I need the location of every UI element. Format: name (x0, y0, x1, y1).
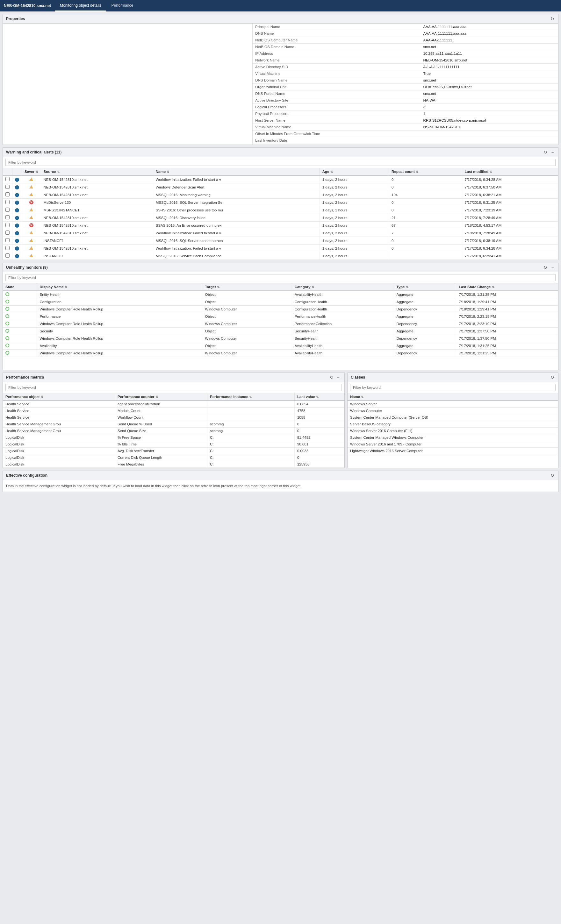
alert-checkbox-cell[interactable] (3, 229, 12, 237)
um-col-display-name[interactable]: Display Name ⇅ (37, 284, 202, 291)
tab-performance[interactable]: Performance (106, 0, 138, 12)
alert-checkbox-cell[interactable] (3, 199, 12, 206)
alert-checkbox[interactable] (5, 184, 9, 189)
um-col-target[interactable]: Target ⇅ (202, 284, 292, 291)
alert-row[interactable]: i ✕ MsDtsServer130 MSSQL 2016: SQL Serve… (3, 199, 558, 206)
perf-last-value-cell: 0.0033 (294, 448, 344, 454)
um-col-category[interactable]: Category ⇅ (292, 284, 394, 291)
unhealthy-monitors-menu-btn[interactable]: ··· (550, 265, 555, 270)
properties-table-container[interactable]: Principal NameAAA-AA-1111111.aaa.aaaDNS … (253, 24, 558, 144)
classes-filter-input[interactable] (350, 384, 556, 391)
alerts-col-modified[interactable]: Last modified ⇅ (462, 168, 558, 176)
alert-checkbox-cell[interactable] (3, 183, 12, 191)
alerts-col-repeat[interactable]: Repeat count ⇅ (389, 168, 462, 176)
alert-checkbox-cell[interactable] (3, 252, 12, 260)
alert-row[interactable]: i ! NEB-OM-1542810.smx.net Windows Defen… (3, 183, 558, 191)
alert-row[interactable]: i ! NEB-OM-1542810.smx.net MSSQL 2016: M… (3, 191, 558, 199)
perf-col-counter[interactable]: Performance counter ⇅ (115, 393, 208, 400)
alert-checkbox[interactable] (5, 231, 9, 235)
perf-row[interactable]: LogicalDisk Free Megabytes C: 125936 (3, 461, 344, 468)
um-row[interactable]: Windows Computer Role Health Rollup Wind… (3, 335, 558, 342)
alerts-menu-btn[interactable]: ··· (550, 150, 555, 155)
alerts-col-source[interactable]: Source ⇅ (41, 168, 153, 176)
um-row[interactable]: Windows Computer Role Health Rollup Wind… (3, 350, 558, 357)
class-row[interactable]: Lightweight Windows 2016 Server Computer (347, 448, 558, 454)
perf-col-last-value[interactable]: Last value ⇅ (294, 393, 344, 400)
alerts-table-container[interactable]: Sever ⇅ Source ⇅ Name ⇅ Age ⇅ Repeat cou… (3, 168, 558, 260)
alert-checkbox-cell[interactable] (3, 206, 12, 214)
alert-row[interactable]: i ! NEB-OM-1542810.smx.net Workflow Init… (3, 244, 558, 252)
alerts-col-server[interactable]: Sever ⇅ (22, 168, 41, 176)
perf-row[interactable]: LogicalDisk Current Disk Queue Length C:… (3, 454, 344, 461)
effective-config-refresh-btn[interactable]: ↻ (550, 473, 555, 478)
alert-checkbox-cell[interactable] (3, 191, 12, 199)
alerts-col-type[interactable] (12, 168, 22, 176)
class-row[interactable]: Windows Computer (347, 408, 558, 414)
alert-row[interactable]: i ! NEB-OM-1542810.smx.net Workflow Init… (3, 176, 558, 183)
alert-checkbox[interactable] (5, 208, 9, 212)
class-row[interactable]: Server BaseOS category (347, 421, 558, 428)
um-row[interactable]: Performance Object PerformanceHealth Agg… (3, 313, 558, 320)
alert-checkbox-cell[interactable] (3, 176, 12, 183)
alert-checkbox[interactable] (5, 223, 9, 227)
alert-row[interactable]: i ! NEB-OM-1542810.smx.net MSSQL 2016: D… (3, 214, 558, 222)
perf-row[interactable]: Health Service agent processor utilizati… (3, 400, 344, 408)
um-row[interactable]: Security Object SecurityHealth Aggregate… (3, 328, 558, 335)
um-row[interactable]: Windows Computer Role Health Rollup Wind… (3, 320, 558, 328)
perf-row[interactable]: LogicalDisk % Free Space C: 81.4482 (3, 434, 344, 441)
unhealthy-monitors-filter-input[interactable] (5, 274, 556, 281)
um-col-state[interactable]: State (3, 284, 37, 291)
alert-checkbox-cell[interactable] (3, 222, 12, 229)
class-row[interactable]: Windows Server 2016 Computer (Full) (347, 428, 558, 434)
alert-checkbox[interactable] (5, 238, 9, 242)
unhealthy-monitors-refresh-btn[interactable]: ↻ (543, 265, 548, 270)
perf-metrics-menu-btn[interactable]: ··· (336, 375, 341, 380)
perf-table-container[interactable]: Performance object ⇅ Performance counter… (3, 393, 344, 468)
class-row[interactable]: Windows Server 2016 and 1709 - Computer (347, 441, 558, 448)
classes-refresh-btn[interactable]: ↻ (550, 375, 555, 380)
um-row[interactable]: Entity Health Object AvailabilityHealth … (3, 291, 558, 298)
alert-row[interactable]: i ! INSTANCE1 MSSQL 2016: SQL Server can… (3, 237, 558, 244)
alert-row[interactable]: i ✕ NEB-OM-1542810.smx.net SSAS 2016: An… (3, 222, 558, 229)
tab-monitoring-object-details[interactable]: Monitoring object details (55, 0, 106, 12)
alert-checkbox[interactable] (5, 200, 9, 204)
perf-row[interactable]: Health Service Module Count 4758 (3, 408, 344, 414)
perf-row[interactable]: Health Service Management Grou Send Queu… (3, 428, 344, 434)
alerts-filter-input[interactable] (5, 159, 556, 166)
um-row[interactable]: Availability Object AvailabilityHealth A… (3, 342, 558, 350)
unhealthy-monitors-table-container[interactable]: State Display Name ⇅ Target ⇅ Category ⇅… (3, 284, 558, 357)
alert-checkbox-cell[interactable] (3, 214, 12, 222)
um-row[interactable]: Configuration Object ConfigurationHealth… (3, 298, 558, 306)
alert-row[interactable]: i ! NEB-OM-1542810.smx.net Workflow Init… (3, 229, 558, 237)
um-col-type[interactable]: Type ⇅ (394, 284, 456, 291)
perf-row[interactable]: LogicalDisk Avg. Disk sec/Transfer C: 0.… (3, 448, 344, 454)
perf-filter-input[interactable] (5, 384, 342, 391)
class-row[interactable]: System Center Managed Computer (Server O… (347, 414, 558, 421)
perf-metrics-refresh-btn[interactable]: ↻ (329, 375, 334, 380)
alert-row[interactable]: i ! MSRS13.INSTANCE1 SSRS 2016: Other pr… (3, 206, 558, 214)
alert-checkbox[interactable] (5, 246, 9, 250)
perf-col-instance[interactable]: Performance instance ⇅ (207, 393, 294, 400)
alert-checkbox-cell[interactable] (3, 244, 12, 252)
class-row[interactable]: System Center Managed Windows Computer (347, 434, 558, 441)
alert-checkbox[interactable] (5, 177, 9, 181)
classes-table-container[interactable]: Name ⇅ Windows ServerWindows ComputerSys… (347, 393, 558, 454)
classes-col-name[interactable]: Name ⇅ (347, 393, 558, 400)
perf-row[interactable]: Health Service Workflow Count 1058 (3, 414, 344, 421)
alert-checkbox-cell[interactable] (3, 237, 12, 244)
alert-checkbox[interactable] (5, 215, 9, 219)
perf-row[interactable]: LogicalDisk % Idle Time C: 98.001 (3, 441, 344, 448)
um-last-change: 7/17/2018, 1:37:50 PM (456, 328, 558, 335)
alert-row[interactable]: i ! INSTANCE1 MSSQL 2016: Service Pack C… (3, 252, 558, 260)
properties-refresh-btn[interactable]: ↻ (550, 16, 555, 21)
perf-col-object[interactable]: Performance object ⇅ (3, 393, 115, 400)
um-col-last-change[interactable]: Last State Change ⇅ (456, 284, 558, 291)
alerts-col-age[interactable]: Age ⇅ (319, 168, 389, 176)
um-row[interactable]: Windows Computer Role Health Rollup Wind… (3, 306, 558, 313)
perf-row[interactable]: Health Service Management Grou Send Queu… (3, 421, 344, 428)
alerts-col-name[interactable]: Name ⇅ (153, 168, 319, 176)
class-row[interactable]: Windows Server (347, 400, 558, 408)
alerts-refresh-btn[interactable]: ↻ (543, 150, 548, 155)
alert-checkbox[interactable] (5, 192, 9, 196)
alert-checkbox[interactable] (5, 254, 9, 258)
